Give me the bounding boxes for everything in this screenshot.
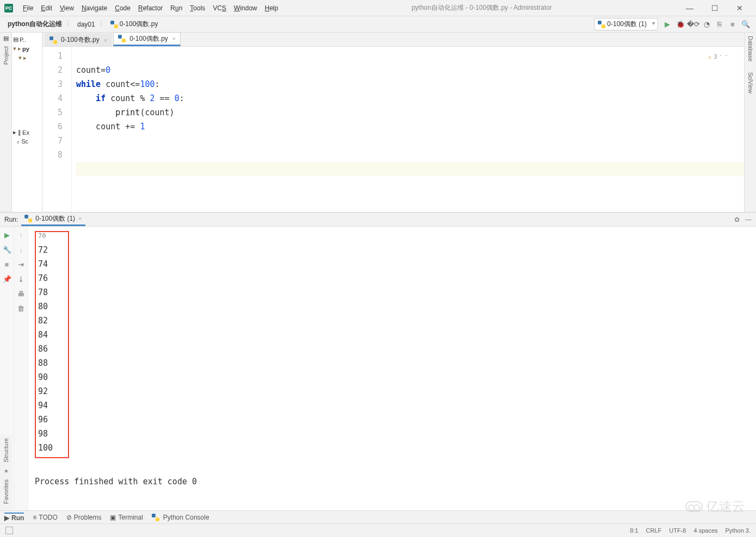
output-line: 96 <box>38 413 53 427</box>
menu-help[interactable]: Help <box>262 3 282 13</box>
indent-setting[interactable]: 4 spaces <box>693 527 717 534</box>
profile-icon[interactable]: ◔ <box>702 20 711 29</box>
chevron-right-icon: 〉 <box>65 20 74 29</box>
close-icon[interactable]: × <box>172 35 176 42</box>
tools-icon[interactable]: 🔧 <box>3 246 11 254</box>
sciview-tool[interactable]: SciView <box>747 72 754 93</box>
run-icon[interactable]: ▶ <box>662 20 672 29</box>
menu-view[interactable]: View <box>57 3 77 13</box>
run-header-right: ✿ — <box>734 216 752 223</box>
soft-wrap-icon[interactable]: ⇥ <box>18 260 24 268</box>
editor-tab-even[interactable]: 0-100偶数.py× <box>113 32 181 46</box>
process-exit-line: Process finished with exit code 0 <box>35 474 749 489</box>
code-editor[interactable]: ⚠3 ˄ ˅ 12345678 count=0 while count<=100… <box>42 47 744 212</box>
line-gutter: 12345678 <box>42 47 72 212</box>
project-root[interactable]: ▾ ▸ py <box>13 44 41 53</box>
window-controls: — ☐ ✕ <box>682 4 752 13</box>
tool-window-icon[interactable] <box>5 527 13 534</box>
code-content[interactable]: count=0 while count<=100: if count % 2 =… <box>72 47 744 212</box>
project-tool-label[interactable]: Project <box>2 43 10 68</box>
toolbar-icons: ▶ 🐞 �⟳ ◔ ⎘ ■ 🔍 <box>662 20 751 29</box>
left-tool-stripe: ▤ Project <box>0 33 12 212</box>
interpreter[interactable]: Python 3. <box>726 527 751 534</box>
todo-tab[interactable]: ≡ TODO <box>33 514 57 521</box>
output-line: 94 <box>38 398 53 413</box>
output-line: 86 <box>38 342 53 356</box>
project-tab[interactable]: ▤ P.. <box>13 35 41 44</box>
menu-file[interactable]: File <box>20 3 36 13</box>
search-icon[interactable]: 🔍 <box>741 20 751 29</box>
stop-icon[interactable]: ■ <box>728 20 738 29</box>
python-icon <box>110 21 118 28</box>
output-line: 98 <box>38 427 53 441</box>
rerun-icon[interactable]: ▶ <box>4 231 10 239</box>
up-icon[interactable]: ↑ <box>19 231 23 239</box>
minimize-button[interactable]: — <box>682 4 697 13</box>
run-label: Run: <box>4 216 18 223</box>
maximize-button[interactable]: ☐ <box>707 4 722 13</box>
window-title: python自动化运维 - 0-100偶数.py - Administrator <box>281 3 682 13</box>
favorites-tool[interactable]: Favorites <box>2 476 10 507</box>
scroll-end-icon[interactable]: ⤓ <box>18 275 24 283</box>
editor-area: 0-100奇数.py× 0-100偶数.py× ⚠3 ˄ ˅ 12345678 … <box>42 33 744 212</box>
output-line: 72 <box>38 243 53 257</box>
output-line: 74 <box>38 257 53 271</box>
ext-lib[interactable]: ▸ ‖ Ex <box>13 128 41 137</box>
scratches[interactable]: ⬨ Sc <box>13 137 41 146</box>
menu-run[interactable]: Run <box>167 3 185 13</box>
structure-tool[interactable]: Structure <box>2 435 10 466</box>
project-tool-icon[interactable]: ▤ <box>3 35 9 42</box>
python-console-tab[interactable]: Python Console <box>152 514 209 521</box>
run-tab[interactable]: 0-100偶数 (1)× <box>21 213 85 226</box>
crumb-folder[interactable]: day01 <box>75 20 97 29</box>
database-tool[interactable]: Database <box>747 36 754 61</box>
menu-tools[interactable]: Tools <box>187 3 208 13</box>
menu-refactor[interactable]: Refactor <box>135 3 166 13</box>
crumb-root[interactable]: python自动化运维 <box>5 18 64 30</box>
output-line: 82 <box>38 314 53 328</box>
down-icon[interactable]: ↓ <box>19 246 23 254</box>
output-line: 90 <box>38 370 53 384</box>
pin-icon[interactable]: 📌 <box>3 275 11 283</box>
status-bar: 8:1 CRLF UTF-8 4 spaces Python 3. <box>0 523 756 537</box>
project-panel[interactable]: ▤ P.. ▾ ▸ py ▾ ▸ ▸ ‖ Ex ⬨ Sc <box>12 33 42 212</box>
coverage-icon[interactable]: �⟳ <box>689 20 698 29</box>
bottom-tool-tabs: ▶ Run ≡ TODO ⊘ Problems ▣ Terminal Pytho… <box>0 510 756 523</box>
project-item[interactable]: ▾ ▸ <box>13 53 41 63</box>
run-header: Run: 0-100偶数 (1)× ✿ — <box>0 213 756 227</box>
print-icon[interactable]: 🖶 <box>17 290 24 298</box>
run-config-selector[interactable]: 0-100偶数 (1) <box>594 18 658 30</box>
close-icon[interactable]: × <box>78 215 82 222</box>
problems-tab[interactable]: ⊘ Problems <box>66 514 102 521</box>
clear-icon[interactable]: 🗑 <box>17 304 24 313</box>
menu-edit[interactable]: Edit <box>38 3 55 13</box>
python-icon <box>152 514 159 521</box>
menu-vcs[interactable]: VCS <box>209 3 230 13</box>
hide-icon[interactable]: — <box>745 216 752 223</box>
output-line: 80 <box>38 299 53 314</box>
editor-tab-odd[interactable]: 0-100奇数.py× <box>45 33 112 46</box>
terminal-tab[interactable]: ▣ Terminal <box>110 514 142 521</box>
output-line: 88 <box>38 356 53 370</box>
settings-icon[interactable]: ✿ <box>734 216 740 223</box>
menu-window[interactable]: Window <box>231 3 261 13</box>
python-icon <box>49 36 57 44</box>
output-line: 70 <box>38 229 53 243</box>
menu-code[interactable]: Code <box>111 3 134 13</box>
run-output[interactable]: 70 7274767880828486889092949698100 Proce… <box>28 227 756 510</box>
navigation-bar: python自动化运维 〉 day01 〉 0-100偶数.py 0-100偶数… <box>0 16 756 33</box>
close-icon[interactable]: × <box>104 37 107 43</box>
run-tool-window: Run: 0-100偶数 (1)× ✿ — ▶ 🔧 ■ 📌 ↑ ↓ ⇥ ⤓ 🖶 … <box>0 212 756 510</box>
menu-navigate[interactable]: Navigate <box>78 3 110 13</box>
debug-icon[interactable]: 🐞 <box>676 20 685 29</box>
output-highlight-box: 70 7274767880828486889092949698100 <box>35 231 69 458</box>
toolbar-right: 0-100偶数 (1) ▶ 🐞 �⟳ ◔ ⎘ ■ 🔍 <box>594 18 751 30</box>
caret-position[interactable]: 8:1 <box>630 527 638 534</box>
crumb-file[interactable]: 0-100偶数.py <box>108 18 160 30</box>
close-button[interactable]: ✕ <box>732 4 747 13</box>
stop-icon[interactable]: ■ <box>5 260 9 268</box>
run-tab-bottom[interactable]: ▶ Run <box>4 513 24 522</box>
concurrency-icon[interactable]: ⎘ <box>715 20 724 29</box>
file-encoding[interactable]: UTF-8 <box>669 527 686 534</box>
line-separator[interactable]: CRLF <box>646 527 662 534</box>
